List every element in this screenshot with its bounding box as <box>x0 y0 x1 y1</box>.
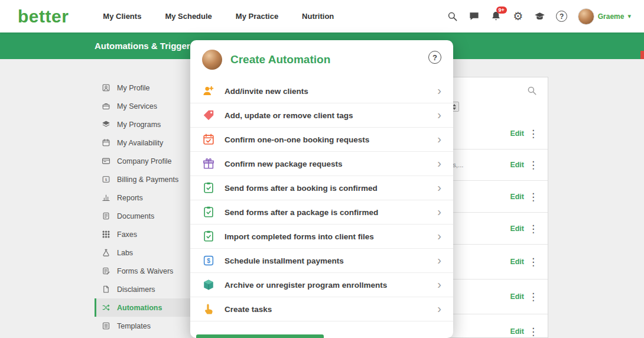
chevron-down-icon: ▾ <box>627 12 631 20</box>
sidebar-item-my-programs[interactable]: My Programs <box>95 115 196 134</box>
kebab-menu-icon[interactable]: ⋮ <box>528 292 538 302</box>
calendar-check-icon <box>202 133 215 146</box>
kebab-menu-icon[interactable]: ⋮ <box>528 160 538 170</box>
option-label: Schedule installment payments <box>225 256 428 265</box>
sidebar-item-my-profile[interactable]: My Profile <box>95 79 196 97</box>
sidebar-label: Forms & Waivers <box>117 267 173 275</box>
sidebar-label: My Availability <box>117 139 163 147</box>
sidebar-label: Billing & Payments <box>117 176 178 184</box>
chevron-right-icon: › <box>437 206 441 219</box>
form-check-icon <box>202 181 215 194</box>
company-icon <box>102 157 110 165</box>
sidebar-label: My Programs <box>117 121 161 129</box>
sidebar-label: Documents <box>117 212 154 220</box>
edit-link[interactable]: Edit <box>510 225 524 233</box>
chevron-right-icon: › <box>437 109 441 122</box>
sidebar-label: My Services <box>117 102 157 110</box>
automation-option-import-forms[interactable]: Import completed forms into client files… <box>190 225 453 249</box>
edit-link[interactable]: Edit <box>510 292 524 301</box>
help-icon[interactable]: ? <box>556 11 568 22</box>
nav-my-clients[interactable]: My Clients <box>103 12 141 21</box>
automation-option-booking-requests[interactable]: Confirm one-on-one booking requests › <box>190 128 453 152</box>
automation-option-client-tags[interactable]: Add, update or remove client tags › <box>190 103 453 128</box>
search-icon[interactable] <box>447 11 458 22</box>
kebab-menu-icon[interactable]: ⋮ <box>528 326 538 336</box>
better-logo[interactable]: better <box>18 6 69 27</box>
edit-link[interactable]: Edit <box>510 129 524 138</box>
topbar-icon-group: 9+ ⚙ ? Graeme ▾ <box>447 8 631 25</box>
automation-option-installment-payments[interactable]: $ Schedule installment payments › <box>190 249 453 273</box>
option-label: Confirm one-on-one booking requests <box>225 135 428 144</box>
automation-option-archive-enrollments[interactable]: Archive or unregister program enrollment… <box>190 273 453 297</box>
nav-my-practice[interactable]: My Practice <box>236 12 278 21</box>
top-navigation-bar: better My Clients My Schedule My Practic… <box>0 0 644 32</box>
disclaimers-icon <box>102 285 110 294</box>
kebab-menu-icon[interactable]: ⋮ <box>528 191 538 202</box>
labs-icon <box>102 248 110 257</box>
sidebar-item-documents[interactable]: Documents <box>95 207 196 225</box>
kebab-menu-icon[interactable]: ⋮ <box>528 223 538 233</box>
table-search-icon[interactable] <box>526 85 537 96</box>
kebab-menu-icon[interactable]: ⋮ <box>528 128 538 138</box>
notifications-bell-icon[interactable]: 9+ <box>490 11 502 22</box>
partial-next-option[interactable] <box>196 334 324 338</box>
main-nav: My Clients My Schedule My Practice Nutri… <box>103 12 334 21</box>
sidebar-item-templates[interactable]: Templates <box>95 317 196 335</box>
sidebar-item-reports[interactable]: Reports <box>95 188 196 207</box>
sidebar-item-company-profile[interactable]: Company Profile <box>95 152 196 170</box>
notification-count-badge: 9+ <box>496 6 507 14</box>
user-name: Graeme <box>598 12 625 21</box>
option-label: Send forms after a package is confirmed <box>225 208 428 217</box>
sidebar-item-my-availability[interactable]: My Availability <box>95 134 196 152</box>
education-cap-icon[interactable] <box>534 11 546 22</box>
programs-icon <box>102 120 110 129</box>
chevron-right-icon: › <box>437 181 441 195</box>
archive-icon <box>202 278 215 291</box>
chevron-right-icon: › <box>437 303 441 316</box>
user-avatar <box>578 8 594 25</box>
sidebar-label: My Profile <box>117 84 150 92</box>
edit-link[interactable]: Edit <box>510 258 524 266</box>
sidebar-item-disclaimers[interactable]: Disclaimers <box>95 280 196 298</box>
automation-option-add-clients[interactable]: Add/invite new clients › <box>190 79 453 103</box>
option-label: Create tasks <box>225 305 428 314</box>
sidebar-item-automations[interactable]: Automations <box>95 298 196 317</box>
sidebar-item-forms-waivers[interactable]: Forms & Waivers <box>95 262 196 280</box>
form-check-icon <box>202 230 215 243</box>
automation-option-create-tasks[interactable]: Create tasks › <box>190 297 453 321</box>
automation-option-forms-booking[interactable]: Send forms after a booking is confirmed … <box>190 176 453 200</box>
option-label: Confirm new package requests <box>225 160 428 168</box>
kebab-menu-icon[interactable]: ⋮ <box>528 257 538 267</box>
row-text-fragment: s,... <box>453 161 464 168</box>
sidebar-item-my-services[interactable]: My Services <box>95 97 196 115</box>
sidebar-item-faxes[interactable]: Faxes <box>95 225 196 243</box>
edit-link[interactable]: Edit <box>510 327 524 336</box>
edit-link[interactable]: Edit <box>510 161 524 169</box>
chevron-right-icon: › <box>437 157 441 171</box>
sidebar-item-labs[interactable]: Labs <box>95 243 196 262</box>
sidebar-label: Automations <box>117 304 162 312</box>
forms-icon <box>102 266 110 275</box>
modal-title: Create Automation <box>230 53 428 66</box>
automation-option-package-requests[interactable]: Confirm new package requests › <box>190 152 453 176</box>
services-icon <box>102 102 110 110</box>
documents-icon <box>102 212 110 220</box>
sidebar-label: Faxes <box>117 230 137 239</box>
nav-my-schedule[interactable]: My Schedule <box>165 12 212 21</box>
faxes-icon <box>102 230 110 239</box>
modal-help-icon[interactable]: ? <box>428 51 441 64</box>
page-title: Automations & Triggers <box>95 41 195 51</box>
svg-text:$: $ <box>105 177 108 181</box>
chat-icon[interactable] <box>469 11 480 22</box>
sidebar-item-billing-payments[interactable]: $ Billing & Payments <box>95 170 196 188</box>
option-label: Import completed forms into client files <box>225 232 428 241</box>
automation-option-forms-package[interactable]: Send forms after a package is confirmed … <box>190 200 453 225</box>
sidebar-label: Reports <box>117 194 143 202</box>
nav-nutrition[interactable]: Nutrition <box>302 12 334 21</box>
edit-link[interactable]: Edit <box>510 193 524 201</box>
option-label: Add/invite new clients <box>225 87 428 96</box>
user-menu[interactable]: Graeme ▾ <box>578 8 631 25</box>
option-label: Archive or unregister program enrollment… <box>225 281 428 290</box>
settings-gear-icon[interactable]: ⚙ <box>512 11 524 22</box>
option-label: Add, update or remove client tags <box>225 111 428 120</box>
